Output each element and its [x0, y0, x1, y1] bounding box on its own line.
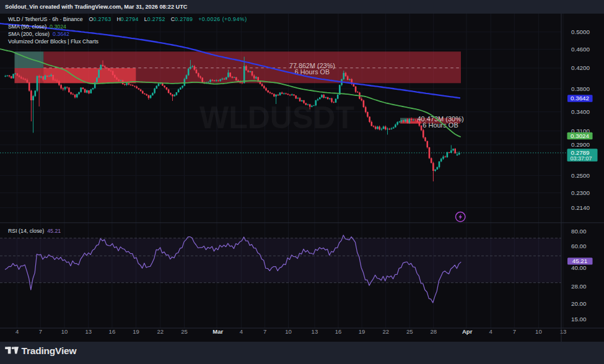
svg-text:4: 4 — [240, 328, 243, 335]
svg-text:22: 22 — [382, 328, 389, 335]
svg-text:TradingView: TradingView — [22, 345, 77, 356]
svg-text:Volumized Order Blocks | Flux: Volumized Order Blocks | Flux Charts — [8, 38, 99, 45]
svg-text:0.2140: 0.2140 — [571, 204, 590, 211]
svg-text:13: 13 — [560, 328, 567, 335]
svg-text:7: 7 — [513, 328, 516, 335]
svg-text:0.3024: 0.3024 — [571, 132, 590, 139]
svg-text:45.21: 45.21 — [572, 258, 588, 264]
svg-text:20.00: 20.00 — [571, 300, 587, 307]
svg-text:10: 10 — [61, 328, 68, 335]
svg-text:80.00: 80.00 — [571, 228, 587, 235]
svg-text:25: 25 — [181, 328, 188, 335]
svg-text:19: 19 — [359, 328, 365, 335]
svg-text:0.2500: 0.2500 — [571, 172, 590, 179]
svg-text:0.2900: 0.2900 — [571, 141, 590, 148]
svg-text:19: 19 — [133, 328, 139, 335]
svg-text:SMA (50, close)0.3024: SMA (50, close)0.3024 — [8, 24, 66, 30]
svg-text:0.3642: 0.3642 — [571, 95, 589, 102]
svg-text:WLDUSDT: WLDUSDT — [199, 100, 354, 135]
svg-text:28.00: 28.00 — [571, 283, 587, 290]
svg-text:4: 4 — [489, 328, 492, 335]
svg-text:15.00: 15.00 — [571, 316, 587, 323]
svg-text:60.00: 60.00 — [571, 243, 587, 249]
svg-text:10: 10 — [535, 328, 542, 335]
svg-text:RSI (14, close)45.21: RSI (14, close)45.21 — [8, 228, 61, 234]
svg-text:7: 7 — [39, 328, 42, 335]
svg-text:0.4200: 0.4200 — [571, 64, 590, 71]
svg-text:0.5000: 0.5000 — [571, 28, 590, 35]
svg-text:WLD / TetherUS · 6h · BinanceO: WLD / TetherUS · 6h · BinanceO0.2763H0.2… — [8, 16, 247, 22]
svg-text:40.00: 40.00 — [571, 264, 587, 271]
svg-text:4: 4 — [15, 328, 19, 335]
svg-text:28: 28 — [431, 328, 437, 335]
svg-text:22: 22 — [157, 328, 164, 335]
svg-text:16: 16 — [335, 328, 342, 335]
svg-text:Apr: Apr — [462, 328, 473, 335]
svg-text:0.4600: 0.4600 — [571, 46, 590, 53]
svg-text:0.2300: 0.2300 — [571, 189, 590, 196]
svg-text:Soldout_Vin created with Tradi: Soldout_Vin created with TradingView.com… — [5, 4, 188, 10]
svg-text:16: 16 — [109, 328, 116, 335]
svg-text:13: 13 — [85, 328, 92, 335]
svg-text:SMA (200, close)0.3642: SMA (200, close)0.3642 — [8, 31, 69, 37]
svg-text:25: 25 — [406, 328, 413, 335]
svg-text:7: 7 — [263, 328, 266, 335]
svg-text:03:37:07: 03:37:07 — [570, 155, 592, 162]
svg-text:0.3800: 0.3800 — [571, 85, 590, 92]
svg-text:13: 13 — [312, 328, 318, 335]
svg-text:Mar: Mar — [212, 328, 223, 335]
svg-text:10: 10 — [285, 328, 292, 335]
svg-text:0.3400: 0.3400 — [571, 108, 590, 115]
